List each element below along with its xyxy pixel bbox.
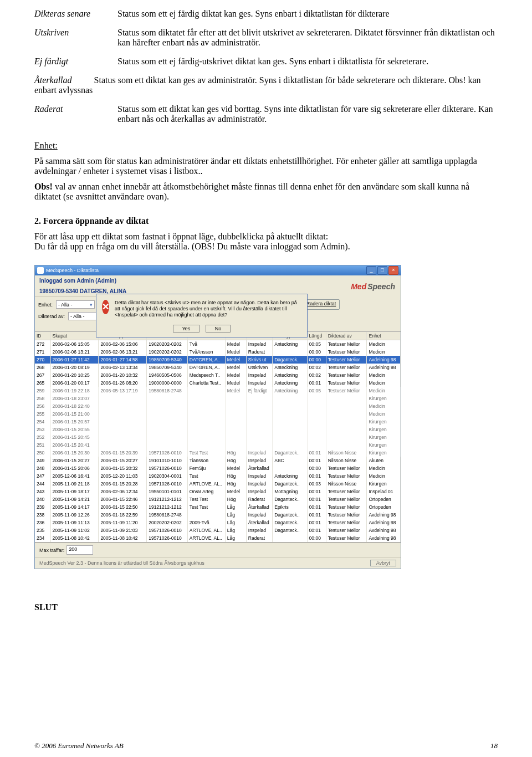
table-row[interactable]: 2542006-01-15 20:57Kirurgen xyxy=(35,418,401,426)
dialog-yes-button[interactable]: Yes xyxy=(173,325,200,333)
table-row[interactable]: 2592006-01-19 22:182006-05-13 17:1919580… xyxy=(35,387,401,395)
table-row[interactable]: 2392005-11-09 14:172006-01-15 22:5019121… xyxy=(35,503,401,511)
table-row[interactable]: 2502006-01-15 20:302006-01-15 20:3919571… xyxy=(35,449,401,457)
table-row[interactable]: 2672006-01-20 10:252006-01-20 10:3219460… xyxy=(35,371,401,379)
max-traffar-row: Max träffar: 200 xyxy=(35,543,401,557)
grid-header[interactable]: ID xyxy=(35,332,51,340)
grid-header[interactable]: Längd xyxy=(308,332,326,340)
table-row[interactable]: 2532006-01-15 20:55Kirurgen xyxy=(35,426,401,433)
table-row[interactable]: 2352005-11-09 11:022005-11-09 21:0319571… xyxy=(35,526,401,534)
enhet-p2-rest: val av annan enhet innebär att åtkomstbe… xyxy=(34,182,469,201)
forcera-p1: För att låsa upp ett diktat som fastnat … xyxy=(34,232,498,242)
table-row[interactable]: 2432005-11-09 18:172006-02-06 12:3419550… xyxy=(35,488,401,495)
def-text: Status som diktatet får efter att det bl… xyxy=(117,28,498,48)
def-text: Status som ett diktat kan ges av adminis… xyxy=(34,75,481,95)
maximize-button[interactable]: □ xyxy=(377,266,387,275)
grid-header[interactable]: Enhet xyxy=(367,332,401,340)
minimize-button[interactable]: _ xyxy=(366,266,376,275)
max-label: Max träffar: xyxy=(39,548,64,553)
table-row[interactable]: 2492006-01-15 20:272006-01-15 20:2719101… xyxy=(35,457,401,464)
close-button[interactable]: × xyxy=(388,266,398,275)
app-icon xyxy=(37,267,44,274)
enhet-p2-bold: Obs! xyxy=(34,182,53,191)
enhet-dropdown[interactable]: - Alla - xyxy=(56,300,95,309)
dialog-no-button[interactable]: No xyxy=(206,325,231,333)
grid-header[interactable]: Skapat xyxy=(51,332,99,340)
def-ej-fardigt: Ej färdigt Status som ett ej färdig-utsk… xyxy=(34,57,498,67)
table-row[interactable]: 2722006-02-06 15:052006-02-06 15:0619020… xyxy=(35,340,401,348)
grid-header[interactable]: Dikterad av xyxy=(326,332,367,340)
table-row[interactable]: 2652006-01-20 00:172006-01-26 08:2019000… xyxy=(35,379,401,387)
confirm-dialog: ✕ Detta diktat har status <Skrivs ut> me… xyxy=(96,294,308,337)
table-row[interactable]: 2342005-11-08 10:422005-11-08 10:4219571… xyxy=(35,534,401,542)
def-raderat: Raderat Status som ett diktat kan ges vi… xyxy=(34,104,498,124)
def-text: Status som ett ej färdig-utskrivet dikta… xyxy=(117,57,498,67)
table-row[interactable]: 2382005-11-09 12:262006-01-18 22:5919580… xyxy=(35,511,401,519)
error-icon: ✕ xyxy=(102,300,109,314)
footer-left: © 2006 Euromed Networks AB xyxy=(34,741,124,750)
brand-med: Med xyxy=(351,282,366,291)
license-text: MedSpeech Ver 2.3 - Denna licens är utfä… xyxy=(39,560,204,566)
statusbar: MedSpeech Ver 2.3 - Denna licens är utfä… xyxy=(35,557,401,569)
table-row[interactable]: 2362005-11-09 11:132005-11-09 11:2020020… xyxy=(35,519,401,526)
table-row[interactable]: 2682006-01-20 08:192006-02-13 13:3419850… xyxy=(35,364,401,371)
def-label: Ej färdigt xyxy=(34,57,117,67)
table-row[interactable]: 2442005-11-09 21:182006-01-15 20:2819571… xyxy=(35,480,401,488)
page-footer: © 2006 Euromed Networks AB 18 xyxy=(34,741,498,750)
def-label: Dikteras senare xyxy=(34,9,117,19)
avbryt-button[interactable]: Avbryt xyxy=(370,560,396,566)
status-definitions: Dikteras senare Status som ett ej färdig… xyxy=(34,9,498,124)
def-utskriven: Utskriven Status som diktatet får efter … xyxy=(34,28,498,48)
table-row[interactable]: 2522006-01-15 20:45Kirurgen xyxy=(35,433,401,441)
app-window: MedSpeech - Diktatlista _ □ × Inloggad s… xyxy=(34,265,401,569)
brand-logo: MedSpeech xyxy=(345,281,401,292)
table-row[interactable]: 2552006-01-15 21:00Medicin xyxy=(35,410,401,418)
brand-speech: Speech xyxy=(367,282,395,291)
slut-heading: SLUT xyxy=(34,602,498,612)
max-field[interactable]: 200 xyxy=(66,545,93,555)
footer-right: 18 xyxy=(490,741,498,750)
titlebar: MedSpeech - Diktatlista _ □ × xyxy=(35,265,401,275)
def-dikteras-senare: Dikteras senare Status som ett ej färdig… xyxy=(34,9,498,19)
def-label: Raderat xyxy=(34,104,117,114)
forcera-p2: Du får då upp en fråga om du vill återst… xyxy=(34,242,498,252)
table-row[interactable]: 2402005-11-09 14:212006-01-15 22:4619121… xyxy=(35,495,401,503)
def-text: Status som ett diktat kan ges vid bortta… xyxy=(117,104,498,124)
table-row[interactable]: 2482006-01-15 20:062006-01-15 20:3219571… xyxy=(35,464,401,472)
label-enhet: Enhet: xyxy=(38,302,53,308)
def-label: Återkallad xyxy=(34,75,72,85)
table-row[interactable]: 2712006-02-06 13:212006-02-06 13:2119020… xyxy=(35,348,401,356)
radera-diktat-button[interactable]: Radera diktat xyxy=(303,299,340,310)
def-text: Status som ett ej färdig diktat kan ges.… xyxy=(117,9,498,19)
table-row[interactable]: 2702006-01-27 11:422006-01-27 14:5819850… xyxy=(35,356,401,364)
enhet-heading: Enhet: xyxy=(34,141,498,151)
table-row[interactable]: 2582006-01-18 23:07Kirurgen xyxy=(35,395,401,402)
enhet-p2: Obs! val av annan enhet innebär att åtko… xyxy=(34,182,498,202)
dialog-text: Detta diktat har status <Skrivs ut> men … xyxy=(115,300,301,318)
enhet-p1: På samma sätt som för status kan adminis… xyxy=(34,156,498,176)
forcera-heading: 2. Forcera öppnande av diktat xyxy=(34,216,498,226)
label-dikterad: Dikterad av: xyxy=(38,314,65,319)
window-title: MedSpeech - Diktatlista xyxy=(46,268,366,273)
table-row[interactable]: 2472005-12-06 16:412005-12-20 11:0319020… xyxy=(35,472,401,480)
login-info: Inloggad som Admin (Admin) xyxy=(35,275,131,286)
table-row[interactable]: 2562006-01-18 22:40Medicin xyxy=(35,402,401,410)
diktat-grid[interactable]: IDSkapatSenast öppnatPersonnummerNamnPri… xyxy=(35,331,401,543)
def-aterkallad: Återkallad Status som ett diktat kan ges… xyxy=(34,75,498,95)
def-label: Utskriven xyxy=(34,28,117,38)
table-row[interactable]: 2512006-01-15 20:41Kirurgen xyxy=(35,441,401,449)
